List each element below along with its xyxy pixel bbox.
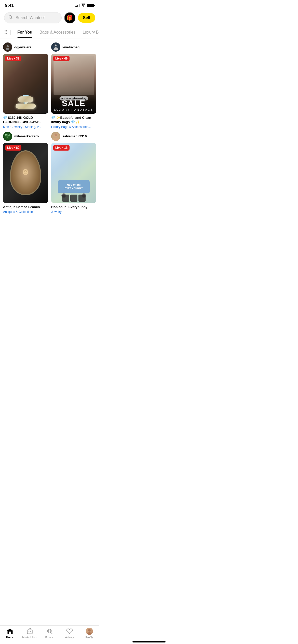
card-info-milemarkerzero: Antique Cameo Brooch Antiques & Collecti… <box>3 203 48 214</box>
card-header: ogjewelers <box>3 42 48 54</box>
wifi-icon <box>81 4 86 8</box>
svg-point-4 <box>55 45 57 46</box>
card-header-salvamenji: salvamenji2316 <box>51 132 96 143</box>
battery-icon <box>87 4 94 7</box>
sale-overlay: SALE LUXURY HANDBAGS <box>51 91 96 114</box>
card-header-leveluxbag: leveluxbag <box>51 42 96 54</box>
grid-icon[interactable]: ⠿ <box>4 26 7 38</box>
card-category-ogjewelers: Men's Jewelry · Sterling, P... <box>3 125 48 129</box>
gift-button[interactable]: 🎁 <box>64 12 75 23</box>
card-image-salvamenji: Live • 18 Hop on in!EVERYBUNNY <box>51 143 96 203</box>
card-info-leveluxbag: 💎 ✨Beautiful and Clean luxury bags 💎 ✨ L… <box>51 114 96 129</box>
tab-divider <box>10 30 11 35</box>
username-leveluxbag: leveluxbag <box>62 45 79 49</box>
card-header-milemarkerzero: MILE0 milemarkerzero <box>3 132 48 143</box>
live-card-ogjewelers[interactable]: ogjewelers Live • 32 💎 $180 14K GOLD EAR… <box>3 42 48 129</box>
svg-point-6 <box>24 171 25 172</box>
status-time: 9:41 <box>5 3 14 8</box>
live-badge-ogjewelers: Live • 32 <box>5 56 21 61</box>
search-bar[interactable]: Search Whatnot <box>4 12 62 23</box>
avatar-milemarkerzero: MILE0 <box>3 132 12 141</box>
card-category-salvamenji: Jewelry <box>51 210 96 214</box>
live-badge-leveluxbag: Live • 49 <box>53 56 70 61</box>
card-image-milemarkerzero: Live • 80 <box>3 143 48 203</box>
sell-button[interactable]: Sell <box>78 13 95 23</box>
avatar-salvamenji <box>51 132 60 141</box>
card-category-milemarkerzero: Antiques & Collectibles <box>3 210 48 214</box>
card-title-leveluxbag: 💎 ✨Beautiful and Clean luxury bags 💎 ✨ <box>51 116 96 124</box>
live-badge-milemarkerzero: Live • 80 <box>5 145 21 151</box>
username-milemarkerzero: milemarkerzero <box>14 134 39 138</box>
tab-for-you[interactable]: For You <box>14 26 36 38</box>
tabs-section: ⠿ For You Bags & Accessories Luxury Bags <box>0 26 99 38</box>
live-card-salvamenji[interactable]: salvamenji2316 Live • 18 Hop on in!EVERY… <box>51 132 96 214</box>
tab-bags-accessories[interactable]: Bags & Accessories <box>36 26 79 38</box>
status-icons <box>75 4 94 8</box>
svg-point-7 <box>26 171 27 172</box>
svg-point-10 <box>55 134 57 136</box>
svg-point-3 <box>6 48 9 50</box>
search-section: Search Whatnot 🎁 Sell <box>0 10 99 26</box>
username-salvamenji: salvamenji2316 <box>62 134 87 138</box>
card-image-leveluxbag: Live • 49 FOLLOW @leveluxbag SALE LUXURY… <box>51 54 96 114</box>
svg-point-9 <box>53 138 59 141</box>
avatar-ogjewelers <box>3 42 12 52</box>
search-placeholder: Search Whatnot <box>16 16 45 20</box>
avatar-leveluxbag <box>51 42 60 52</box>
card-title-salvamenji: Hop on in! Everybunny <box>51 205 96 209</box>
card-image-ogjewelers: Live • 32 <box>3 54 48 114</box>
cameo-shape <box>10 150 42 195</box>
svg-line-1 <box>11 18 13 19</box>
live-grid: ogjewelers Live • 32 💎 $180 14K GOLD EAR… <box>0 38 99 218</box>
card-info-salvamenji: Hop on in! Everybunny Jewelry <box>51 203 96 214</box>
signal-icon <box>75 4 79 7</box>
search-icon <box>8 15 13 21</box>
live-card-milemarkerzero[interactable]: MILE0 milemarkerzero Live • 80 Ant <box>3 132 48 214</box>
card-category-leveluxbag: Luxury Bags & Accessories... <box>51 125 96 129</box>
svg-point-2 <box>7 45 9 47</box>
card-title-ogjewelers: 💎 $180 14K GOLD EARRINGS GIVEAWAY... <box>3 116 48 124</box>
tab-luxury-bags[interactable]: Luxury Bags <box>79 26 99 38</box>
status-bar: 9:41 <box>0 0 99 10</box>
card-title-milemarkerzero: Antique Cameo Brooch <box>3 205 48 209</box>
live-card-leveluxbag[interactable]: leveluxbag Live • 49 FOLLOW @leveluxbag … <box>51 42 96 129</box>
live-badge-salvamenji: Live • 18 <box>53 145 70 151</box>
card-info-ogjewelers: 💎 $180 14K GOLD EARRINGS GIVEAWAY... Men… <box>3 114 48 129</box>
username-ogjewelers: ogjewelers <box>14 45 31 49</box>
sale-text: SALE <box>54 99 94 108</box>
sale-sub: LUXURY HANDBAGS <box>54 108 94 111</box>
